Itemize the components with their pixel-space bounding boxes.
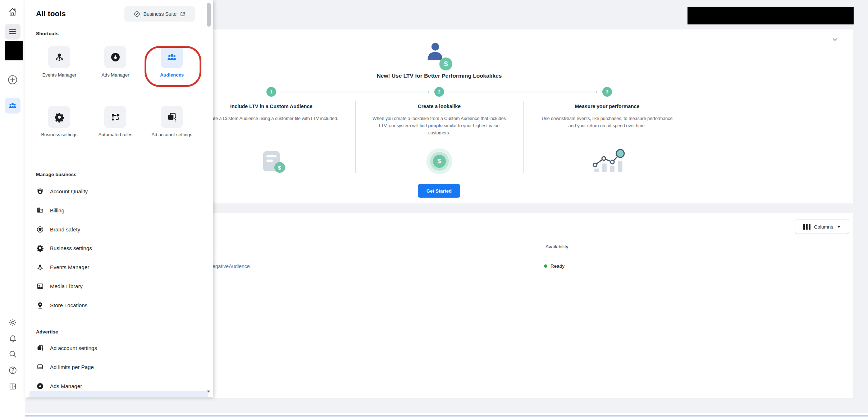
columns-button[interactable]: Columns <box>795 220 849 234</box>
get-started-button[interactable]: Get Started <box>418 184 460 198</box>
settings-icon[interactable] <box>5 314 20 330</box>
external-link-icon <box>180 11 186 17</box>
menu-item-billing[interactable]: Billing <box>33 203 198 218</box>
automated-rules-icon <box>110 112 121 123</box>
shortcut-automated-rules[interactable] <box>104 106 126 128</box>
step-2-title: Create a lookalike <box>355 103 523 109</box>
account-quality-icon <box>36 188 44 195</box>
billing-icon <box>36 207 44 214</box>
section-label-manage-business: Manage business <box>36 172 77 177</box>
brand-safety-icon <box>36 226 44 233</box>
step-3-title: Measure your performance <box>523 103 691 109</box>
screen: $ New! Use LTV for Better Performing Loo… <box>0 0 868 419</box>
panel-scrollbar[interactable] <box>207 3 211 27</box>
step-1-badge: 1 <box>266 87 276 97</box>
notifications-icon[interactable] <box>5 331 20 346</box>
chevron-down-icon[interactable] <box>830 34 840 45</box>
menu-item-account-quality[interactable]: Account Quality <box>33 184 198 199</box>
redacted-account-bar <box>687 7 854 24</box>
column-header-availability[interactable]: Availability <box>545 244 568 249</box>
section-label-shortcuts: Shortcuts <box>36 31 59 36</box>
step-2-description: When you create a lookalike from a Custo… <box>355 115 523 137</box>
arrow-right-icon: › <box>595 88 597 95</box>
performance-chart-icon <box>523 145 691 178</box>
status-dot <box>544 264 547 268</box>
section-label-advertise: Advertise <box>36 329 58 335</box>
business-settings-icon <box>36 244 44 252</box>
availability-cell: Ready <box>544 263 565 269</box>
arrow-right-icon: › <box>428 88 429 95</box>
all-tools-panel: All tools Business Suite Shortcuts Event… <box>25 0 213 397</box>
shortcut-business-settings[interactable] <box>48 106 70 128</box>
columns-button-label: Columns <box>814 224 833 230</box>
ad-account-settings-icon <box>166 112 177 123</box>
left-icon-rail <box>0 0 25 419</box>
ad-limits-icon <box>36 363 44 371</box>
home-icon[interactable] <box>5 4 20 20</box>
collapse-sidebar-icon[interactable] <box>5 378 20 394</box>
events-manager-icon <box>36 263 44 271</box>
scroll-down-arrow-icon[interactable] <box>206 389 211 394</box>
status-label: Ready <box>551 263 565 269</box>
shortcut-ad-account-settings[interactable] <box>161 106 183 128</box>
shortcut-events-manager[interactable] <box>48 46 70 68</box>
business-settings-icon <box>54 112 65 123</box>
create-icon[interactable] <box>5 72 20 88</box>
menu-item-media-library[interactable]: Media Library <box>33 278 198 294</box>
ad-account-settings-icon <box>36 344 44 352</box>
media-library-icon <box>36 282 44 290</box>
audiences-icon <box>166 52 177 63</box>
business-suite-label: Business Suite <box>143 11 177 17</box>
shortcut-label[interactable]: Ad account settings <box>145 132 199 138</box>
step-connector <box>278 92 431 92</box>
shortcut-ads-manager[interactable] <box>104 46 126 68</box>
search-icon[interactable] <box>5 346 20 362</box>
menu-item-ad-account-settings[interactable]: Ad account settings <box>33 340 198 355</box>
highlighted-menu-item-partial[interactable] <box>29 391 208 397</box>
step-2-badge: 2 <box>434 87 444 97</box>
shortcut-label[interactable]: Business settings <box>32 132 86 138</box>
audiences-nav-icon[interactable] <box>5 98 20 114</box>
person-dollar-icon: $ <box>423 41 455 72</box>
help-icon[interactable] <box>5 362 20 378</box>
right-margin <box>853 29 868 398</box>
step-connector <box>446 92 599 92</box>
menu-item-ad-limits-per-page[interactable]: Ad limits per Page <box>33 359 198 374</box>
caret-down-icon <box>837 225 841 229</box>
redacted-avatar[interactable] <box>5 41 23 60</box>
ads-manager-icon <box>110 52 121 63</box>
menu-item-business-settings[interactable]: Business settings <box>33 240 198 255</box>
menu-item-brand-safety[interactable]: Brand safety <box>33 222 198 237</box>
shortcut-label[interactable]: Ads Manager <box>88 72 142 79</box>
store-locations-icon <box>36 301 44 309</box>
ads-manager-icon <box>36 382 44 390</box>
shortcut-label[interactable]: Automated rules <box>88 132 142 138</box>
step-3-description: Use downstream events, like purchases, t… <box>523 115 691 129</box>
step-track: 1 › 2 › 3 <box>187 86 691 97</box>
people-link[interactable]: people <box>428 123 443 128</box>
shortcut-label[interactable]: Events Manager <box>32 72 86 79</box>
business-suite-button[interactable]: Business Suite <box>124 6 195 22</box>
shortcut-label-audiences[interactable]: Audiences <box>145 72 199 79</box>
menu-item-events-manager[interactable]: Events Manager <box>33 259 198 275</box>
panel-title: All tools <box>36 9 66 18</box>
value-rings-dollar-icon: $ <box>355 145 523 178</box>
columns-icon <box>803 224 810 230</box>
window-bottom-edge <box>0 415 868 416</box>
menu-item-store-locations[interactable]: Store Locations <box>33 298 198 313</box>
shortcut-audiences[interactable] <box>161 46 183 68</box>
audience-name-link[interactable]: egativeAudience <box>213 263 250 269</box>
events-manager-icon <box>54 52 65 63</box>
menu-icon[interactable] <box>5 24 20 40</box>
bottom-margin <box>0 398 868 413</box>
dollar-badge: $ <box>439 57 452 70</box>
business-suite-icon <box>134 11 140 17</box>
step-3-badge: 3 <box>602 87 612 97</box>
